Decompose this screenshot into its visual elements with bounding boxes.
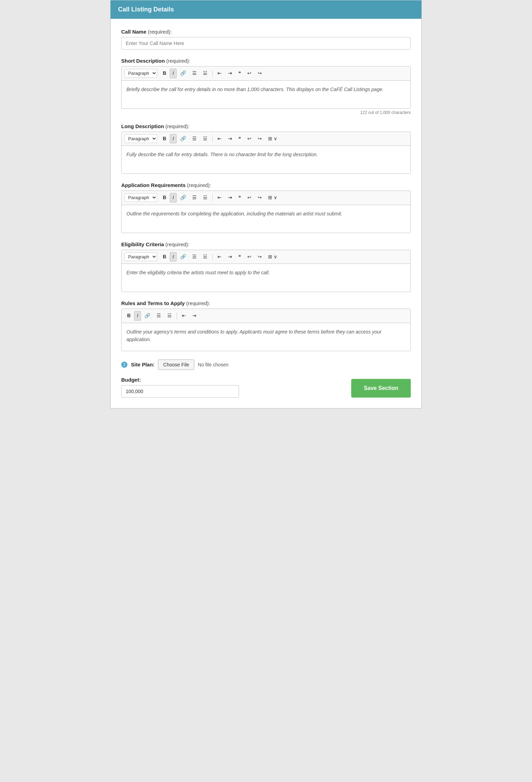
short-desc-undo-btn[interactable]: ↩ bbox=[245, 69, 254, 78]
long-desc-outdent-btn[interactable]: ⇤ bbox=[215, 134, 224, 144]
app-req-quote-btn[interactable]: ❝ bbox=[236, 193, 244, 203]
long-desc-indent-btn[interactable]: ⇥ bbox=[225, 134, 235, 144]
app-req-ul-btn[interactable]: ☰ bbox=[189, 193, 200, 203]
rules-terms-toolbar: B I 🔗 ☰ ☱ ⇤ ⇥ bbox=[122, 309, 410, 323]
app-req-link-btn[interactable]: 🔗 bbox=[177, 193, 189, 203]
app-req-italic-btn[interactable]: I bbox=[170, 193, 177, 203]
rules-terms-group: Rules and Terms to Apply (required): B I… bbox=[121, 300, 411, 351]
choose-file-button[interactable]: Choose File bbox=[158, 359, 194, 370]
application-requirements-label: Application Requirements (required): bbox=[121, 182, 411, 188]
card-body: Call Name (required): Short Description … bbox=[110, 19, 422, 408]
long-desc-redo-btn[interactable]: ↪ bbox=[255, 134, 265, 144]
long-description-content[interactable]: Fully describe the call for entry detail… bbox=[122, 146, 410, 174]
short-description-editor: Paragraph B I 🔗 ☰ ☱ ⇤ ⇥ ❝ ↩ ↪ Briefly de… bbox=[121, 66, 411, 109]
application-requirements-group: Application Requirements (required): Par… bbox=[121, 182, 411, 233]
save-section-button[interactable]: Save Section bbox=[351, 379, 411, 398]
site-plan-info-icon[interactable]: i bbox=[121, 362, 127, 368]
eligibility-bold-btn[interactable]: B bbox=[160, 252, 169, 262]
short-desc-divider1 bbox=[212, 70, 213, 77]
eligibility-redo-btn[interactable]: ↪ bbox=[255, 252, 265, 262]
rules-terms-content[interactable]: Outline your agency's terms and conditio… bbox=[122, 323, 410, 351]
short-desc-ul-btn[interactable]: ☰ bbox=[189, 69, 200, 78]
app-req-outdent-btn[interactable]: ⇤ bbox=[215, 193, 224, 203]
short-desc-redo-btn[interactable]: ↪ bbox=[255, 69, 265, 78]
long-desc-bold-btn[interactable]: B bbox=[160, 134, 169, 144]
long-desc-quote-btn[interactable]: ❝ bbox=[236, 134, 244, 144]
short-desc-paragraph-select[interactable]: Paragraph bbox=[124, 69, 157, 78]
rules-indent-btn[interactable]: ⇥ bbox=[189, 311, 199, 321]
eligibility-divider1 bbox=[212, 254, 213, 260]
eligibility-italic-btn[interactable]: I bbox=[170, 252, 177, 262]
budget-input[interactable] bbox=[121, 385, 239, 398]
long-desc-undo-btn[interactable]: ↩ bbox=[245, 134, 254, 144]
eligibility-quote-btn[interactable]: ❝ bbox=[236, 252, 244, 262]
long-description-group: Long Description (required): Paragraph B… bbox=[121, 123, 411, 174]
app-req-divider1 bbox=[212, 194, 213, 201]
app-req-toolbar: Paragraph B I 🔗 ☰ ☱ ⇤ ⇥ ❝ ↩ ↪ ⊞ ∨ bbox=[122, 191, 410, 205]
budget-label: Budget: bbox=[121, 377, 344, 383]
app-requirements-editor: Paragraph B I 🔗 ☰ ☱ ⇤ ⇥ ❝ ↩ ↪ ⊞ ∨ Outli bbox=[121, 190, 411, 233]
short-desc-bold-btn[interactable]: B bbox=[160, 69, 169, 78]
short-desc-ol-btn[interactable]: ☱ bbox=[200, 69, 210, 78]
short-desc-toolbar: Paragraph B I 🔗 ☰ ☱ ⇤ ⇥ ❝ ↩ ↪ bbox=[122, 66, 410, 81]
rules-ol-btn[interactable]: ☱ bbox=[165, 311, 175, 321]
short-description-label: Short Description (required): bbox=[121, 58, 411, 64]
long-desc-ul-btn[interactable]: ☰ bbox=[189, 134, 200, 144]
app-req-redo-btn[interactable]: ↪ bbox=[255, 193, 265, 203]
app-requirements-content[interactable]: Outline the requirements for completing … bbox=[122, 205, 410, 233]
eligibility-table-btn[interactable]: ⊞ ∨ bbox=[265, 252, 280, 262]
long-desc-toolbar: Paragraph B I 🔗 ☰ ☱ ⇤ ⇥ ❝ ↩ ↪ ⊞ ∨ bbox=[122, 132, 410, 146]
no-file-chosen-text: No file chosen bbox=[198, 362, 229, 367]
site-plan-row: i Site Plan: Choose File No file chosen bbox=[121, 359, 411, 370]
long-desc-divider1 bbox=[212, 135, 213, 142]
app-req-indent-btn[interactable]: ⇥ bbox=[225, 193, 235, 203]
rules-divider1 bbox=[177, 312, 177, 319]
long-desc-ol-btn[interactable]: ☱ bbox=[200, 134, 210, 144]
eligibility-undo-btn[interactable]: ↩ bbox=[245, 252, 254, 262]
short-desc-outdent-btn[interactable]: ⇤ bbox=[215, 69, 224, 78]
eligibility-criteria-label: Eligibility Criteria (required): bbox=[121, 241, 411, 247]
page-title: Call Listing Details bbox=[118, 6, 174, 13]
app-req-paragraph-select[interactable]: Paragraph bbox=[124, 193, 157, 202]
long-desc-paragraph-select[interactable]: Paragraph bbox=[124, 134, 157, 143]
call-name-group: Call Name (required): bbox=[121, 29, 411, 50]
eligibility-toolbar: Paragraph B I 🔗 ☰ ☱ ⇤ ⇥ ❝ ↩ ↪ ⊞ ∨ bbox=[122, 250, 410, 264]
rules-bold-btn[interactable]: B bbox=[124, 311, 133, 321]
budget-field-group: Budget: bbox=[121, 377, 344, 398]
rules-outdent-btn[interactable]: ⇤ bbox=[179, 311, 189, 321]
card-header: Call Listing Details bbox=[110, 0, 422, 19]
short-description-content[interactable]: Briefly describe the call for entry deta… bbox=[122, 81, 410, 108]
page-wrapper: Call Listing Details Call Name (required… bbox=[110, 0, 422, 409]
eligibility-editor: Paragraph B I 🔗 ☰ ☱ ⇤ ⇥ ❝ ↩ ↪ ⊞ ∨ Enter bbox=[121, 250, 411, 292]
app-req-bold-btn[interactable]: B bbox=[160, 193, 169, 203]
long-desc-link-btn[interactable]: 🔗 bbox=[177, 134, 189, 144]
short-desc-link-btn[interactable]: 🔗 bbox=[177, 69, 189, 78]
long-description-editor: Paragraph B I 🔗 ☰ ☱ ⇤ ⇥ ❝ ↩ ↪ ⊞ ∨ Fully bbox=[121, 132, 411, 174]
long-desc-table-btn[interactable]: ⊞ ∨ bbox=[265, 134, 280, 144]
short-desc-italic-btn[interactable]: I bbox=[170, 69, 177, 78]
eligibility-paragraph-select[interactable]: Paragraph bbox=[124, 252, 157, 261]
rules-terms-label: Rules and Terms to Apply (required): bbox=[121, 300, 411, 306]
eligibility-outdent-btn[interactable]: ⇤ bbox=[215, 252, 224, 262]
eligibility-link-btn[interactable]: 🔗 bbox=[177, 252, 189, 262]
short-desc-indent-btn[interactable]: ⇥ bbox=[225, 69, 235, 78]
call-name-label: Call Name (required): bbox=[121, 29, 411, 35]
eligibility-indent-btn[interactable]: ⇥ bbox=[225, 252, 235, 262]
call-name-input[interactable] bbox=[121, 37, 411, 50]
eligibility-ol-btn[interactable]: ☱ bbox=[200, 252, 210, 262]
rules-italic-btn[interactable]: I bbox=[134, 311, 141, 321]
app-req-table-btn[interactable]: ⊞ ∨ bbox=[265, 193, 280, 203]
eligibility-content[interactable]: Enter the eligibility criteria the artis… bbox=[122, 264, 410, 292]
long-description-label: Long Description (required): bbox=[121, 123, 411, 129]
short-description-group: Short Description (required): Paragraph … bbox=[121, 58, 411, 115]
short-desc-quote-btn[interactable]: ❝ bbox=[236, 69, 244, 78]
eligibility-ul-btn[interactable]: ☰ bbox=[189, 252, 200, 262]
long-desc-italic-btn[interactable]: I bbox=[170, 134, 177, 144]
rules-ul-btn[interactable]: ☰ bbox=[154, 311, 164, 321]
rules-terms-editor: B I 🔗 ☰ ☱ ⇤ ⇥ Outline your agency's term… bbox=[121, 309, 411, 351]
rules-link-btn[interactable]: 🔗 bbox=[142, 311, 153, 321]
budget-save-row: Budget: Save Section bbox=[121, 377, 411, 398]
app-req-ol-btn[interactable]: ☱ bbox=[200, 193, 210, 203]
eligibility-criteria-group: Eligibility Criteria (required): Paragra… bbox=[121, 241, 411, 292]
app-req-undo-btn[interactable]: ↩ bbox=[245, 193, 254, 203]
